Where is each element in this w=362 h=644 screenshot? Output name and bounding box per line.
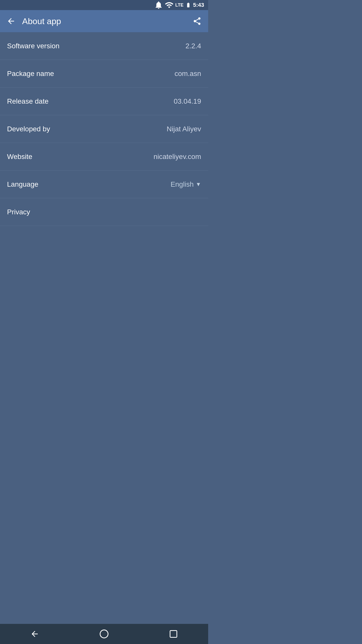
battery-icon [185, 2, 192, 8]
language-label: Language [7, 180, 170, 188]
website-value: nicateliyev.com [154, 153, 201, 161]
website-row: Website nicateliyev.com [0, 143, 208, 171]
language-row[interactable]: Language English ▼ [0, 171, 208, 198]
software-version-value: 2.2.4 [186, 42, 201, 50]
software-version-row: Software version 2.2.4 [0, 32, 208, 60]
release-date-row: Release date 03.04.19 [0, 88, 208, 115]
signal-icon [165, 1, 174, 10]
back-button[interactable] [4, 14, 18, 28]
privacy-label: Privacy [7, 208, 201, 216]
release-date-value: 03.04.19 [174, 97, 201, 105]
back-icon [7, 17, 16, 26]
developed-by-label: Developed by [7, 125, 167, 133]
website-label: Website [7, 153, 154, 161]
privacy-row[interactable]: Privacy [0, 198, 208, 226]
status-bar: LTE 5:43 [0, 0, 208, 10]
language-selected-value: English [170, 180, 194, 188]
chevron-down-icon: ▼ [196, 181, 201, 188]
developed-by-row: Developed by Nijat Aliyev [0, 115, 208, 143]
package-name-row: Package name com.asn [0, 60, 208, 88]
share-button[interactable] [190, 14, 204, 28]
empty-space [0, 226, 208, 327]
software-version-label: Software version [7, 42, 186, 50]
release-date-label: Release date [7, 97, 174, 105]
language-dropdown[interactable]: English ▼ [170, 180, 201, 188]
status-icons: LTE 5:43 [154, 1, 204, 10]
developed-by-value: Nijat Aliyev [167, 125, 201, 133]
package-name-label: Package name [7, 70, 174, 78]
content-area: Software version 2.2.4 Package name com.… [0, 32, 208, 327]
status-time: 5:43 [193, 2, 204, 8]
app-bar: About app [0, 10, 208, 32]
lte-indicator: LTE [175, 3, 184, 8]
share-icon [193, 17, 202, 26]
package-name-value: com.asn [174, 70, 201, 78]
notification-icon [154, 1, 163, 10]
page-title: About app [22, 16, 186, 26]
